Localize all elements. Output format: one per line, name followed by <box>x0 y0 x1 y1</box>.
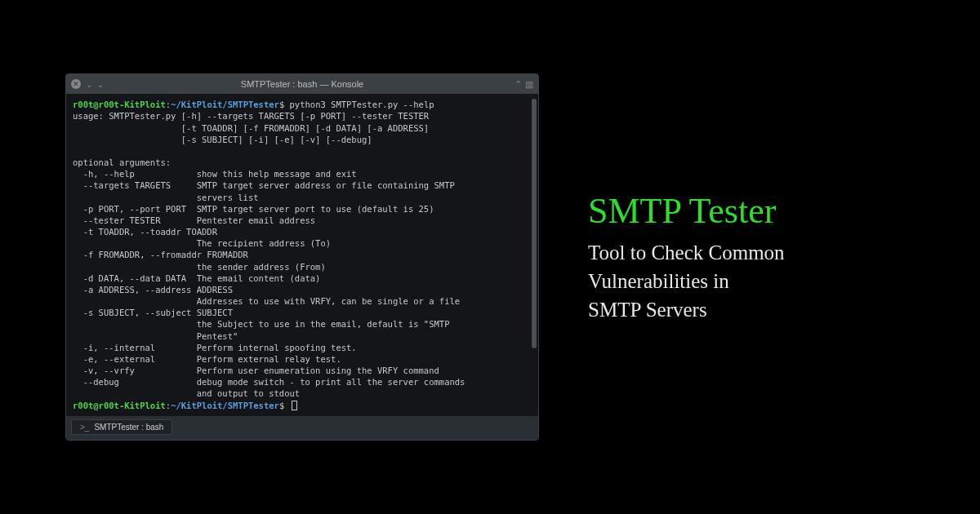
tab-label: SMTPTester : bash <box>94 423 163 432</box>
command-text: python3 SMTPTester.py --help <box>290 100 434 109</box>
terminal-content[interactable]: r00t@r00t-KitPloit:~/KitPloit/SMTPTester… <box>73 99 532 411</box>
prompt-dollar: $ <box>279 100 284 109</box>
page-subtitle: Tool to Check Common Vulnerabilities in … <box>588 238 785 324</box>
right-panel: SMTP Tester Tool to Check Common Vulnera… <box>588 190 785 324</box>
prompt-path: ~/KitPloit/SMTPTester <box>171 401 279 410</box>
scrollbar[interactable] <box>532 99 537 411</box>
window-title: SMTPTester : bash — Konsole <box>241 79 363 89</box>
prompt-user: r00t@r00t-KitPloit <box>73 100 166 109</box>
chevron-down-icon[interactable]: ⌄ <box>86 80 92 89</box>
panel-icon[interactable]: ▥ <box>525 79 533 90</box>
tab-bar: >_ SMTPTester : bash <box>66 416 538 440</box>
prompt-user: r00t@r00t-KitPloit <box>73 401 166 410</box>
page-title: SMTP Tester <box>588 190 785 232</box>
tab-smtptester[interactable]: >_ SMTPTester : bash <box>71 419 172 435</box>
chevron-up-icon[interactable]: ⌃ <box>514 79 522 90</box>
close-icon[interactable]: ✕ <box>71 79 81 89</box>
window-titlebar: ✕ ⌄ ⌄ SMTPTester : bash — Konsole ⌃ ▥ <box>66 74 538 94</box>
terminal-body[interactable]: r00t@r00t-KitPloit:~/KitPloit/SMTPTester… <box>66 94 538 416</box>
terminal-window: ✕ ⌄ ⌄ SMTPTester : bash — Konsole ⌃ ▥ r0… <box>65 73 539 441</box>
scrollbar-thumb[interactable] <box>532 99 537 348</box>
cursor <box>292 401 297 410</box>
prompt-path: ~/KitPloit/SMTPTester <box>171 100 279 109</box>
chevron-down-icon[interactable]: ⌄ <box>97 80 104 89</box>
terminal-icon: >_ <box>80 423 89 432</box>
command-output: usage: SMTPTester.py [-h] --targets TARG… <box>73 111 465 398</box>
prompt-dollar: $ <box>279 401 284 410</box>
